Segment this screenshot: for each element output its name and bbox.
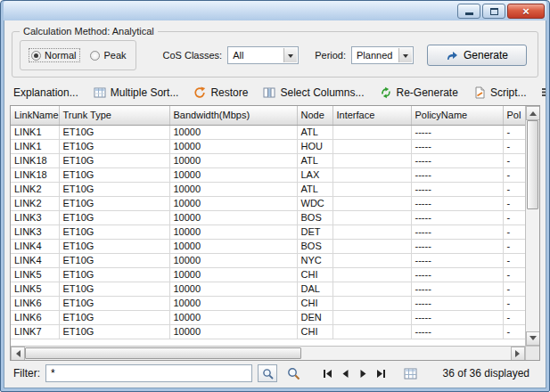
nav-last-button[interactable] xyxy=(374,366,389,380)
cos-classes-select[interactable]: All xyxy=(227,46,299,64)
table-cell: - xyxy=(503,296,525,310)
cos-dropdown-arrow[interactable] xyxy=(283,48,297,62)
table-cell: LINK6 xyxy=(11,296,59,310)
scroll-right-button[interactable] xyxy=(511,347,525,361)
table-cell: ----- xyxy=(411,282,503,296)
maximize-button[interactable] xyxy=(482,4,505,19)
regenerate-button[interactable]: Re-Generate xyxy=(380,86,458,99)
table-row[interactable]: LINK5ET10G10000DAL------ xyxy=(11,282,525,296)
table-row[interactable]: LINK4ET10G10000BOS------ xyxy=(11,239,525,253)
table-cell: LINK18 xyxy=(11,153,59,167)
script-button[interactable]: Script... xyxy=(473,86,527,99)
advanced-search-button[interactable] xyxy=(284,364,302,382)
table-cell: BOS xyxy=(297,239,332,253)
row-count-label: 36 of 36 displayed xyxy=(443,367,529,380)
application-window: × Calculation Method: Analytical Normal … xyxy=(0,0,550,392)
table-row[interactable]: LINK1ET10G10000HOU------ xyxy=(11,139,525,153)
table-cell: ----- xyxy=(411,225,503,239)
column-header-trunk-type[interactable]: Trunk Type xyxy=(59,106,169,125)
horizontal-scroll-thumb[interactable] xyxy=(25,347,301,359)
multiple-sort-button[interactable]: Multiple Sort... xyxy=(94,86,179,99)
explanation-button[interactable]: Explanation... xyxy=(13,86,78,99)
explanation-label: Explanation... xyxy=(13,86,78,99)
column-header-bandwidth-mbps-[interactable]: Bandwidth(Mbps) xyxy=(169,106,297,125)
table-row[interactable]: LINK2ET10G10000ATL------ xyxy=(11,182,525,196)
scroll-up-button[interactable] xyxy=(526,106,539,120)
generate-button[interactable]: Generate xyxy=(427,45,527,66)
table-cell: LINK3 xyxy=(11,225,59,239)
period-select[interactable]: Planned xyxy=(351,46,414,64)
table-cell xyxy=(332,139,411,153)
table-cell: ----- xyxy=(411,253,503,267)
restore-button[interactable]: Restore xyxy=(193,86,248,99)
table-row[interactable]: LINK3ET10G10000BOS------ xyxy=(11,210,525,225)
toolbar: Explanation... Multiple Sort... Restore … xyxy=(10,82,540,105)
mode-radio-group: Normal Peak xyxy=(20,40,136,70)
table-cell: 10000 xyxy=(169,239,297,253)
nav-next-button[interactable] xyxy=(356,366,371,380)
table-row[interactable]: LINK6ET10G10000DEN------ xyxy=(11,310,525,324)
horizontal-scrollbar[interactable] xyxy=(11,347,525,360)
column-header-linkname[interactable]: LinkName xyxy=(11,106,59,125)
table-cell: ATL xyxy=(297,153,332,167)
table-cell: LINK4 xyxy=(11,239,59,253)
horizontal-scroll-track[interactable] xyxy=(301,347,511,360)
column-header-node[interactable]: Node xyxy=(297,106,332,125)
table-row[interactable]: LINK6ET10G10000CHI------ xyxy=(11,296,525,310)
table-cell: CHI xyxy=(297,324,332,339)
scroll-left-button[interactable] xyxy=(11,347,25,361)
table-row[interactable]: LINK7ET10G10000CHI------ xyxy=(11,324,525,339)
table-row[interactable]: LINK2ET10G10000WDC------ xyxy=(11,196,525,210)
minimize-button[interactable] xyxy=(457,4,480,19)
arrow-down-icon xyxy=(529,336,537,344)
radio-normal-label: Normal xyxy=(45,50,76,61)
select-columns-label: Select Columns... xyxy=(280,86,364,99)
radio-normal[interactable]: Normal xyxy=(29,49,79,61)
table-grid-icon xyxy=(404,368,417,380)
menu-button[interactable] xyxy=(542,87,546,97)
table-row[interactable]: LINK3ET10G10000DET------ xyxy=(11,225,525,239)
column-header-pol[interactable]: Pol xyxy=(503,106,525,125)
table-row[interactable]: LINK18ET10G10000LAX------ xyxy=(11,167,525,182)
vertical-scrollbar[interactable] xyxy=(525,106,539,346)
table-row[interactable]: LINK1ET10G10000ATL------ xyxy=(11,125,525,139)
period-dropdown-arrow[interactable] xyxy=(398,48,412,62)
filter-label: Filter: xyxy=(13,367,40,380)
maximize-icon xyxy=(490,8,498,15)
table-cell: LINK3 xyxy=(11,210,59,225)
table-cell: ----- xyxy=(411,182,503,196)
table-cell: ET10G xyxy=(59,239,169,253)
table-cell: ET10G xyxy=(59,310,169,324)
table-cell: LINK6 xyxy=(11,310,59,324)
radio-peak[interactable]: Peak xyxy=(90,50,126,61)
window-content: Calculation Method: Analytical Normal Pe… xyxy=(4,20,546,388)
vertical-scroll-thumb[interactable] xyxy=(527,120,538,209)
table-cell: ET10G xyxy=(59,182,169,196)
arrow-right-icon xyxy=(515,350,523,357)
table-cell: 10000 xyxy=(169,225,297,239)
table-cell: 10000 xyxy=(169,310,297,324)
nav-first-button[interactable] xyxy=(320,366,335,380)
select-columns-button[interactable]: Select Columns... xyxy=(263,86,364,99)
table-row[interactable]: LINK4ET10G10000NYC------ xyxy=(11,253,525,267)
table-cell: ET10G xyxy=(59,296,169,310)
scroll-down-button[interactable] xyxy=(526,331,539,346)
table-cell xyxy=(332,324,411,339)
filter-input[interactable] xyxy=(45,364,252,382)
table-row[interactable]: LINK18ET10G10000ATL------ xyxy=(11,153,525,167)
close-button[interactable]: × xyxy=(507,4,545,19)
table-cell: ET10G xyxy=(59,253,169,267)
generate-label: Generate xyxy=(464,49,508,61)
table-cell xyxy=(332,253,411,267)
vertical-scroll-track[interactable] xyxy=(526,209,539,331)
links-table: LinkNameTrunk TypeBandwidth(Mbps)NodeInt… xyxy=(10,105,540,361)
column-header-interface[interactable]: Interface xyxy=(332,106,411,125)
calculation-method-group: Calculation Method: Analytical Normal Pe… xyxy=(12,26,538,78)
nav-prev-button[interactable] xyxy=(338,366,353,380)
table-cell: - xyxy=(503,167,525,182)
titlebar[interactable]: × xyxy=(4,1,546,20)
table-row[interactable]: LINK5ET10G10000CHI------ xyxy=(11,267,525,282)
filter-search-button[interactable] xyxy=(258,364,277,382)
table-options-button[interactable] xyxy=(401,365,419,381)
column-header-policyname[interactable]: PolicyName xyxy=(411,106,503,125)
